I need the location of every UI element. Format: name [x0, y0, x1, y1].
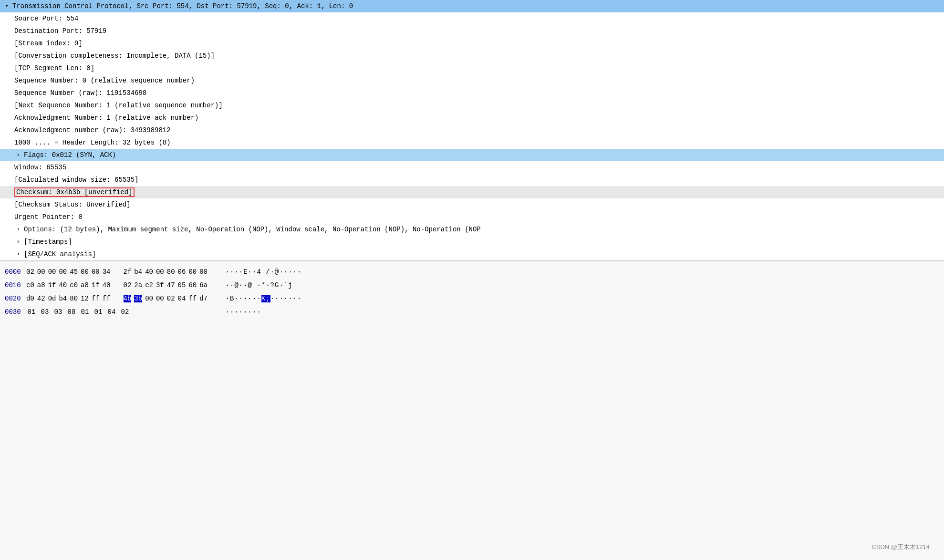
- hex-row-0020: 0020 d0 42 0d b4 80 12 ff ff 4b 3b 00 00…: [5, 292, 939, 305]
- seq-number-row[interactable]: Sequence Number: 0 (relative sequence nu…: [0, 74, 944, 87]
- checksum-status-label: [Checksum Status: Unverified]: [14, 201, 131, 208]
- expand-icon-tcp[interactable]: ▾: [3, 2, 10, 10]
- hex-row-0010: 0010 c0 a8 1f 40 c0 a8 1f 40 02 2a e2 3f…: [5, 279, 939, 292]
- hex-row-0030: 0030 01 03 03 08 01 01 04 02 ········: [5, 305, 939, 319]
- tcp-header-label: Transmission Control Protocol, Src Port:…: [12, 2, 353, 10]
- checksum-byte-2[interactable]: 3b: [134, 295, 142, 302]
- tcp-segment-len-label: [TCP Segment Len: 0]: [14, 64, 94, 72]
- seq-number-raw-label: Sequence Number (raw): 1191534698: [14, 89, 146, 97]
- dst-port-label: Destination Port: 57919: [14, 27, 106, 35]
- checksum-row[interactable]: Checksum: 0x4b3b [unverified]: [0, 186, 944, 198]
- conversation-label: [Conversation completeness: Incomplete, …: [14, 52, 215, 60]
- hex-offset-0030: 0030: [5, 308, 26, 316]
- ack-number-raw-label: Acknowledgment number (raw): 3493989812: [14, 126, 171, 134]
- checksum-byte-1[interactable]: 4b: [124, 295, 132, 302]
- conversation-row[interactable]: [Conversation completeness: Incomplete, …: [0, 50, 944, 62]
- ack-number-row[interactable]: Acknowledgment Number: 1 (relative ack n…: [0, 112, 944, 124]
- checksum-box: Checksum: 0x4b3b [unverified]: [14, 187, 135, 197]
- header-length-label: 1000 .... = Header Length: 32 bytes (8): [14, 139, 171, 146]
- ascii-checksum-highlight: K;: [261, 295, 270, 302]
- timestamps-row[interactable]: › [Timestamps]: [0, 236, 944, 248]
- calc-window-label: [Calculated window size: 65535]: [14, 176, 138, 184]
- main-container: ▾ Transmission Control Protocol, Src Por…: [0, 0, 944, 560]
- tcp-header-row[interactable]: ▾ Transmission Control Protocol, Src Por…: [0, 0, 944, 12]
- hex-ascii-0030: ········: [207, 308, 261, 316]
- hex-offset-0010: 0010: [5, 281, 26, 289]
- window-label: Window: 65535: [14, 164, 66, 171]
- options-expand-icon[interactable]: ›: [14, 226, 22, 233]
- checksum-label: Checksum: 0x4b3b [unverified]: [14, 188, 135, 196]
- calc-window-row[interactable]: [Calculated window size: 65535]: [0, 174, 944, 186]
- urgent-pointer-row[interactable]: Urgent Pointer: 0: [0, 211, 944, 223]
- window-row[interactable]: Window: 65535: [0, 161, 944, 174]
- seq-ack-expand-icon[interactable]: ›: [14, 250, 22, 258]
- header-length-row[interactable]: 1000 .... = Header Length: 32 bytes (8): [0, 136, 944, 149]
- ack-number-label: Acknowledgment Number: 1 (relative ack n…: [14, 114, 198, 122]
- hex-offset-0020: 0020: [5, 295, 26, 302]
- hex-ascii-0010: ··@··@ ·*·?G·`j: [207, 281, 293, 289]
- urgent-pointer-label: Urgent Pointer: 0: [14, 213, 83, 221]
- seq-number-raw-row[interactable]: Sequence Number (raw): 1191534698: [0, 87, 944, 99]
- protocol-tree: ▾ Transmission Control Protocol, Src Por…: [0, 0, 944, 261]
- hex-bytes-0020: d0 42 0d b4 80 12 ff ff 4b 3b 00 00 02 0…: [26, 295, 207, 302]
- hex-bytes-0000: 02 00 00 00 45 00 00 34 2f b4 40 00 80 0…: [26, 268, 207, 276]
- options-label: Options: (12 bytes), Maximum segment siz…: [24, 226, 481, 233]
- next-seq-row[interactable]: [Next Sequence Number: 1 (relative seque…: [0, 99, 944, 112]
- hex-offset-0000: 0000: [5, 268, 26, 276]
- stream-index-label: [Stream index: 9]: [14, 40, 83, 47]
- dst-port-row[interactable]: Destination Port: 57919: [0, 25, 944, 37]
- src-port-row[interactable]: Source Port: 554: [0, 12, 944, 25]
- timestamps-label: [Timestamps]: [24, 238, 72, 246]
- options-row[interactable]: › Options: (12 bytes), Maximum segment s…: [0, 223, 944, 236]
- hex-ascii-0000: ····E··4 /·@·····: [207, 268, 301, 276]
- seq-ack-label: [SEQ/ACK analysis]: [24, 250, 96, 258]
- timestamps-expand-icon[interactable]: ›: [14, 238, 22, 246]
- flags-row[interactable]: › Flags: 0x012 (SYN, ACK): [0, 149, 944, 161]
- hex-row-0000: 0000 02 00 00 00 45 00 00 34 2f b4 40 00…: [5, 265, 939, 279]
- hex-bytes-0030: 01 03 03 08 01 01 04 02: [26, 308, 207, 316]
- flags-label: Flags: 0x012 (SYN, ACK): [24, 151, 116, 159]
- ack-number-raw-row[interactable]: Acknowledgment number (raw): 3493989812: [0, 124, 944, 136]
- tcp-segment-len-row[interactable]: [TCP Segment Len: 0]: [0, 62, 944, 74]
- hex-ascii-0020: ·B······K;·······: [207, 295, 301, 302]
- seq-ack-row[interactable]: › [SEQ/ACK analysis]: [0, 248, 944, 260]
- hex-bytes-0010: c0 a8 1f 40 c0 a8 1f 40 02 2a e2 3f 47 0…: [26, 281, 207, 289]
- next-seq-label: [Next Sequence Number: 1 (relative seque…: [14, 102, 223, 109]
- src-port-label: Source Port: 554: [14, 15, 78, 22]
- watermark: CSDN @王木木1214: [871, 543, 930, 551]
- checksum-status-row[interactable]: [Checksum Status: Unverified]: [0, 198, 944, 211]
- hex-dump-section: 0000 02 00 00 00 45 00 00 34 2f b4 40 00…: [0, 261, 944, 560]
- flags-expand-icon[interactable]: ›: [14, 151, 22, 159]
- seq-number-label: Sequence Number: 0 (relative sequence nu…: [14, 77, 195, 84]
- stream-index-row[interactable]: [Stream index: 9]: [0, 37, 944, 50]
